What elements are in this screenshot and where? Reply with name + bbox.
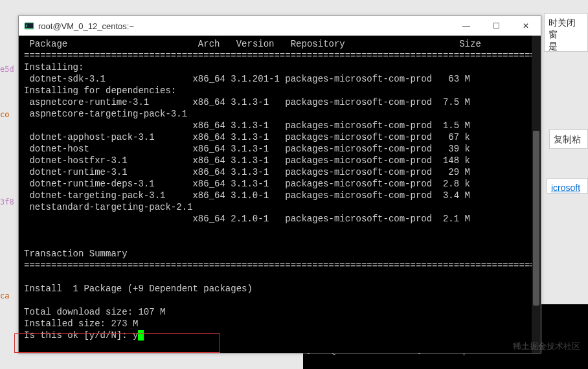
left-tag: e5d xyxy=(0,65,14,74)
titlebar[interactable]: root@VM_0_12_centos:~ — ☐ ✕ xyxy=(19,16,541,36)
scrollbar[interactable] xyxy=(532,36,541,353)
terminal-window: root@VM_0_12_centos:~ — ☐ ✕ Package Arch… xyxy=(18,16,541,353)
col-size: Size xyxy=(459,39,481,49)
divider: ========================================… xyxy=(24,260,541,271)
bg-text: 是 xyxy=(548,41,558,51)
divider: ========================================… xyxy=(24,50,541,61)
terminal-output[interactable]: Package Arch Version Repository Size ===… xyxy=(19,36,541,353)
col-package: Package xyxy=(24,39,67,49)
section-installing: Installing: xyxy=(24,62,84,73)
install-count: Install 1 Package (+9 Dependent packages… xyxy=(24,284,253,294)
watermark: 稀土掘金技术社区 xyxy=(513,341,580,352)
total-download: Total download size: 107 M xyxy=(24,307,165,317)
minimize-button[interactable]: — xyxy=(451,16,481,36)
col-version: Version xyxy=(236,39,275,49)
window-title: root@VM_0_12_centos:~ xyxy=(38,21,451,31)
col-repository: Repository xyxy=(291,39,345,49)
cursor xyxy=(138,330,144,341)
confirm-prompt[interactable]: Is this ok [y/d/N]: y xyxy=(24,330,138,341)
maximize-button[interactable]: ☐ xyxy=(481,16,511,36)
col-arch: Arch xyxy=(198,39,220,49)
scrollbar-thumb[interactable] xyxy=(533,131,539,306)
left-tag: 3f8 xyxy=(0,197,14,207)
ssh-icon xyxy=(24,21,34,31)
bg-text: 时关闭窗 xyxy=(548,17,576,39)
bg-link[interactable]: icrosoft xyxy=(551,183,580,193)
section-summary: Transaction Summary xyxy=(24,249,128,259)
bg-copy: 复制粘 xyxy=(554,134,581,144)
close-button[interactable]: ✕ xyxy=(511,16,541,36)
installed-size: Installed size: 273 M xyxy=(24,319,138,329)
left-tag: ca xyxy=(0,291,9,300)
left-tag: co xyxy=(0,110,9,119)
